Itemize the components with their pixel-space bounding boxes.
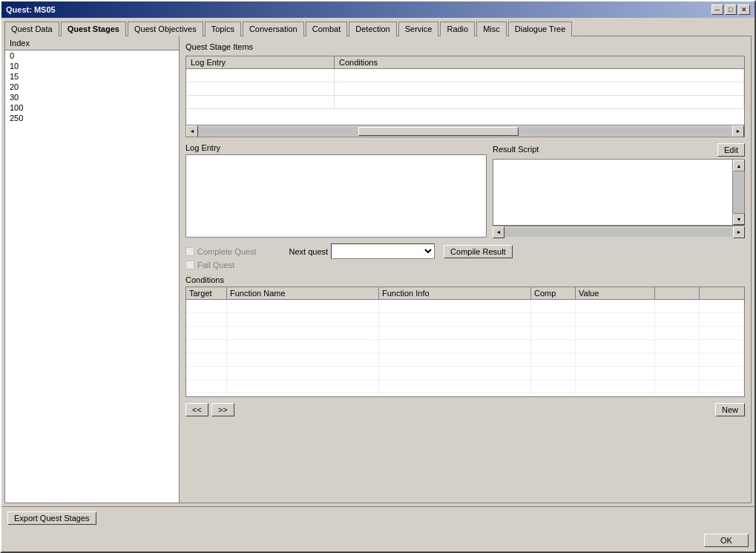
complete-quest-checkbox[interactable] [185, 247, 194, 256]
tab-service[interactable]: Service [398, 22, 439, 36]
qi-scrollbar: ◄ ► [186, 125, 744, 137]
ok-button[interactable]: OK [704, 534, 749, 547]
cond-cell [531, 340, 576, 353]
cond-cell [186, 327, 227, 339]
tab-topics[interactable]: Topics [205, 22, 241, 36]
scroll-thumb[interactable] [358, 127, 519, 136]
result-script-textarea[interactable] [493, 160, 732, 225]
cond-cell [379, 380, 531, 393]
list-item[interactable]: 15 [5, 71, 179, 82]
ok-bar: OK [1, 529, 755, 552]
conditions-label: Conditions [185, 275, 745, 284]
cond-cell [379, 300, 531, 313]
table-row[interactable] [186, 313, 744, 327]
cond-col-extra2 [700, 287, 744, 299]
bottom-buttons: << >> New [185, 403, 745, 416]
result-scroll-right-button[interactable]: ► [733, 226, 745, 238]
tab-detection[interactable]: Detection [349, 22, 396, 36]
cond-cell [700, 300, 744, 313]
tab-dialogue-tree[interactable]: Dialogue Tree [508, 22, 573, 36]
cond-cell [576, 353, 655, 366]
cond-cell [531, 313, 576, 326]
scroll-track[interactable] [198, 127, 732, 136]
cond-cell [576, 340, 655, 353]
cond-cell [186, 340, 227, 353]
tab-quest-stages[interactable]: Quest Stages [61, 22, 126, 36]
cond-cell [655, 327, 700, 339]
cond-cell [576, 300, 655, 313]
title-bar: Quest: MS05 ─ □ ✕ [1, 1, 755, 18]
table-row[interactable] [186, 353, 744, 367]
quest-stage-items-label: Quest Stage Items [185, 42, 745, 51]
scroll-up-button[interactable]: ▲ [733, 160, 745, 171]
cond-cell [700, 340, 744, 353]
result-scroll-left-button[interactable]: ◄ [493, 226, 504, 238]
cond-col-target: Target [186, 287, 227, 299]
table-row[interactable] [186, 96, 744, 109]
compile-result-button[interactable]: Compile Result [444, 245, 513, 258]
index-list[interactable]: 0 10 15 20 30 100 250 [5, 50, 179, 503]
table-row[interactable] [186, 300, 744, 313]
conditions-table: Target Function Name Function Info Comp … [185, 287, 745, 397]
cond-cell [576, 367, 655, 379]
cond-cell [531, 367, 576, 379]
left-panel: Index 0 10 15 20 30 100 250 [5, 36, 180, 503]
cond-cell [379, 367, 531, 379]
cond-col-fname: Function Name [227, 287, 379, 299]
list-item[interactable]: 10 [5, 61, 179, 71]
qi-cell [186, 82, 335, 95]
quest-options-section: Complete Quest Next quest Compile Result… [185, 243, 745, 271]
list-item[interactable]: 250 [5, 113, 179, 123]
conditions-section: Conditions Target Function Name Function… [185, 275, 745, 397]
fail-quest-checkbox[interactable] [185, 261, 194, 269]
edit-button[interactable]: Edit [717, 143, 745, 157]
tab-quest-objectives[interactable]: Quest Objectives [128, 22, 203, 36]
prev-button[interactable]: << [185, 403, 208, 416]
minimize-button[interactable]: ─ [711, 4, 723, 15]
export-bar: Export Quest Stages [1, 506, 755, 529]
result-script-wrapper: ▲ ▼ [493, 159, 745, 226]
cond-cell [700, 380, 744, 393]
nav-buttons: << >> [185, 403, 234, 416]
cond-cell [655, 353, 700, 366]
table-row[interactable] [186, 327, 744, 340]
list-item[interactable]: 0 [5, 50, 179, 61]
qi-rows[interactable] [186, 69, 744, 125]
complete-quest-row: Complete Quest Next quest Compile Result [185, 243, 745, 259]
table-row[interactable] [186, 380, 744, 393]
list-item[interactable]: 30 [5, 92, 179, 102]
tab-quest-data[interactable]: Quest Data [4, 22, 59, 36]
list-item[interactable]: 20 [5, 82, 179, 92]
scroll-right-button[interactable]: ► [732, 125, 744, 137]
next-button[interactable]: >> [211, 403, 234, 416]
tab-conversation[interactable]: Conversation [243, 22, 304, 36]
qi-cell [186, 69, 335, 82]
maximize-button[interactable]: □ [725, 4, 737, 15]
table-row[interactable] [186, 82, 744, 96]
tab-combat[interactable]: Combat [306, 22, 348, 36]
cond-cell [655, 340, 700, 353]
table-row[interactable] [186, 69, 744, 82]
cond-cell [186, 380, 227, 393]
table-row[interactable] [186, 340, 744, 353]
fail-quest-label: Fail Quest [197, 261, 234, 269]
cond-cell [379, 353, 531, 366]
cond-col-finfo: Function Info [379, 287, 531, 299]
tab-misc[interactable]: Misc [476, 22, 507, 36]
cond-rows[interactable] [186, 300, 744, 396]
cond-cell [531, 300, 576, 313]
next-quest-select[interactable] [331, 243, 435, 259]
close-button[interactable]: ✕ [738, 4, 750, 15]
cond-col-comp: Comp [531, 287, 576, 299]
result-script-label: Result Script [493, 145, 539, 154]
table-row[interactable] [186, 367, 744, 380]
scroll-left-button[interactable]: ◄ [186, 125, 198, 137]
export-quest-stages-button[interactable]: Export Quest Stages [7, 511, 96, 525]
list-item[interactable]: 100 [5, 102, 179, 113]
log-entry-textarea[interactable] [185, 154, 487, 238]
cond-cell [186, 313, 227, 326]
scroll-down-button[interactable]: ▼ [733, 213, 745, 225]
new-button[interactable]: New [715, 403, 745, 416]
cond-cell [531, 380, 576, 393]
tab-radio[interactable]: Radio [440, 22, 475, 36]
